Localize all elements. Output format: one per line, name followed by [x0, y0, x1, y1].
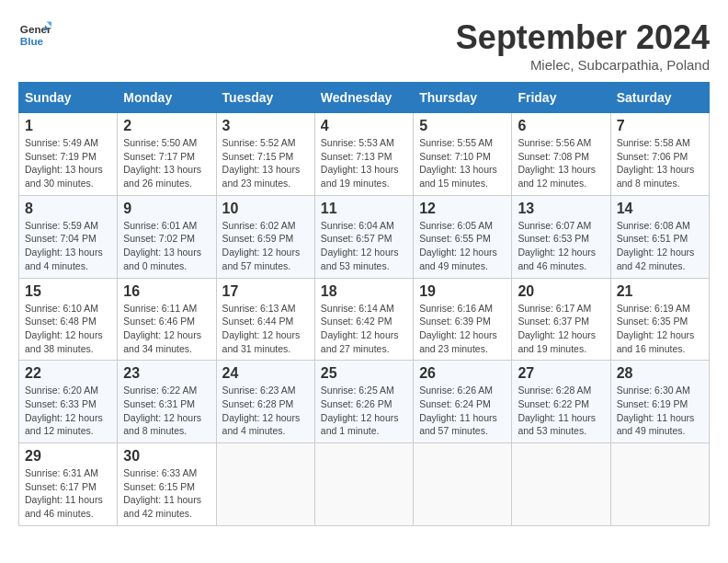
table-row: 29Sunrise: 6:31 AMSunset: 6:17 PMDayligh…	[19, 443, 118, 526]
table-row: 1Sunrise: 5:49 AMSunset: 7:19 PMDaylight…	[19, 113, 118, 196]
day-info: Sunrise: 6:31 AMSunset: 6:17 PMDaylight:…	[25, 466, 111, 521]
table-row: 21Sunrise: 6:19 AMSunset: 6:35 PMDayligh…	[610, 278, 709, 361]
calendar-week-1: 1Sunrise: 5:49 AMSunset: 7:19 PMDaylight…	[19, 113, 710, 196]
day-info: Sunrise: 5:52 AMSunset: 7:15 PMDaylight:…	[222, 136, 309, 190]
day-info: Sunrise: 6:14 AMSunset: 6:42 PMDaylight:…	[321, 302, 407, 356]
day-number: 24	[222, 365, 309, 382]
svg-text:Blue: Blue	[20, 35, 44, 47]
calendar-week-3: 15Sunrise: 6:10 AMSunset: 6:48 PMDayligh…	[19, 278, 710, 361]
day-info: Sunrise: 5:59 AMSunset: 7:04 PMDaylight:…	[25, 219, 111, 273]
day-number: 17	[222, 283, 309, 300]
day-number: 10	[222, 201, 309, 217]
table-row: 23Sunrise: 6:22 AMSunset: 6:31 PMDayligh…	[118, 361, 216, 443]
table-row: 6Sunrise: 5:56 AMSunset: 7:08 PMDaylight…	[512, 113, 610, 196]
day-info: Sunrise: 6:07 AMSunset: 6:53 PMDaylight:…	[518, 219, 604, 273]
day-info: Sunrise: 6:26 AMSunset: 6:24 PMDaylight:…	[419, 384, 506, 438]
day-number: 18	[321, 283, 407, 300]
day-info: Sunrise: 5:50 AMSunset: 7:17 PMDaylight:…	[123, 136, 210, 190]
table-row: 27Sunrise: 6:28 AMSunset: 6:22 PMDayligh…	[512, 361, 610, 443]
day-number: 3	[222, 118, 309, 134]
table-row: 8Sunrise: 5:59 AMSunset: 7:04 PMDaylight…	[19, 195, 118, 278]
day-number: 27	[518, 365, 604, 382]
day-number: 4	[321, 118, 407, 134]
day-number: 6	[518, 118, 604, 134]
day-info: Sunrise: 6:20 AMSunset: 6:33 PMDaylight:…	[25, 384, 111, 438]
table-row: 20Sunrise: 6:17 AMSunset: 6:37 PMDayligh…	[512, 278, 610, 361]
table-row	[314, 443, 413, 526]
table-row	[610, 443, 709, 526]
day-number: 19	[419, 283, 506, 300]
day-info: Sunrise: 6:11 AMSunset: 6:46 PMDaylight:…	[123, 302, 210, 356]
table-row: 17Sunrise: 6:13 AMSunset: 6:44 PMDayligh…	[216, 278, 314, 361]
table-row	[512, 443, 610, 526]
table-row: 9Sunrise: 6:01 AMSunset: 7:02 PMDaylight…	[118, 195, 216, 278]
day-info: Sunrise: 6:16 AMSunset: 6:39 PMDaylight:…	[419, 302, 506, 356]
table-row: 14Sunrise: 6:08 AMSunset: 6:51 PMDayligh…	[610, 195, 709, 278]
day-number: 5	[419, 118, 506, 134]
table-row: 24Sunrise: 6:23 AMSunset: 6:28 PMDayligh…	[216, 361, 314, 443]
calendar-week-4: 22Sunrise: 6:20 AMSunset: 6:33 PMDayligh…	[19, 361, 710, 443]
day-info: Sunrise: 5:53 AMSunset: 7:13 PMDaylight:…	[321, 136, 407, 190]
day-number: 21	[617, 283, 703, 300]
day-info: Sunrise: 6:28 AMSunset: 6:22 PMDaylight:…	[518, 384, 604, 438]
day-info: Sunrise: 6:30 AMSunset: 6:19 PMDaylight:…	[617, 384, 703, 438]
table-row: 2Sunrise: 5:50 AMSunset: 7:17 PMDaylight…	[118, 113, 216, 196]
col-thursday: Thursday	[414, 83, 512, 113]
table-row: 3Sunrise: 5:52 AMSunset: 7:15 PMDaylight…	[216, 113, 314, 196]
table-row: 13Sunrise: 6:07 AMSunset: 6:53 PMDayligh…	[512, 195, 610, 278]
day-number: 11	[321, 201, 407, 217]
day-number: 14	[617, 201, 703, 217]
day-number: 25	[321, 365, 407, 382]
table-row: 10Sunrise: 6:02 AMSunset: 6:59 PMDayligh…	[216, 195, 314, 278]
table-row: 18Sunrise: 6:14 AMSunset: 6:42 PMDayligh…	[314, 278, 413, 361]
day-number: 2	[123, 118, 210, 134]
day-info: Sunrise: 6:19 AMSunset: 6:35 PMDaylight:…	[617, 302, 703, 356]
title-block: September 2024 Mielec, Subcarpathia, Pol…	[456, 18, 710, 73]
table-row: 11Sunrise: 6:04 AMSunset: 6:57 PMDayligh…	[314, 195, 413, 278]
table-row	[414, 443, 512, 526]
table-row: 4Sunrise: 5:53 AMSunset: 7:13 PMDaylight…	[314, 113, 413, 196]
day-number: 26	[419, 365, 506, 382]
day-info: Sunrise: 6:10 AMSunset: 6:48 PMDaylight:…	[25, 302, 111, 356]
day-info: Sunrise: 6:01 AMSunset: 7:02 PMDaylight:…	[123, 219, 210, 273]
day-info: Sunrise: 6:22 AMSunset: 6:31 PMDaylight:…	[123, 384, 210, 438]
logo: General Blue	[18, 18, 51, 52]
day-number: 12	[419, 201, 506, 217]
day-info: Sunrise: 6:13 AMSunset: 6:44 PMDaylight:…	[222, 302, 309, 356]
day-info: Sunrise: 6:04 AMSunset: 6:57 PMDaylight:…	[321, 219, 407, 273]
col-friday: Friday	[512, 83, 610, 113]
day-number: 7	[617, 118, 703, 134]
day-info: Sunrise: 6:08 AMSunset: 6:51 PMDaylight:…	[617, 219, 703, 273]
day-number: 8	[25, 201, 111, 217]
day-number: 29	[25, 448, 111, 465]
col-sunday: Sunday	[19, 83, 118, 113]
day-number: 13	[518, 201, 604, 217]
day-info: Sunrise: 6:25 AMSunset: 6:26 PMDaylight:…	[321, 384, 407, 438]
day-info: Sunrise: 5:55 AMSunset: 7:10 PMDaylight:…	[419, 136, 506, 190]
table-row: 7Sunrise: 5:58 AMSunset: 7:06 PMDaylight…	[610, 113, 709, 196]
day-info: Sunrise: 6:02 AMSunset: 6:59 PMDaylight:…	[222, 219, 309, 273]
day-number: 15	[25, 283, 111, 300]
table-row: 22Sunrise: 6:20 AMSunset: 6:33 PMDayligh…	[19, 361, 118, 443]
calendar-week-2: 8Sunrise: 5:59 AMSunset: 7:04 PMDaylight…	[19, 195, 710, 278]
col-wednesday: Wednesday	[314, 83, 413, 113]
table-row: 15Sunrise: 6:10 AMSunset: 6:48 PMDayligh…	[19, 278, 118, 361]
table-row: 5Sunrise: 5:55 AMSunset: 7:10 PMDaylight…	[414, 113, 512, 196]
day-number: 30	[123, 448, 210, 465]
location-subtitle: Mielec, Subcarpathia, Poland	[456, 57, 710, 73]
header-row: Sunday Monday Tuesday Wednesday Thursday…	[19, 83, 710, 113]
logo-icon: General Blue	[18, 18, 51, 52]
day-number: 22	[25, 365, 111, 382]
table-row: 26Sunrise: 6:26 AMSunset: 6:24 PMDayligh…	[414, 361, 512, 443]
day-info: Sunrise: 5:56 AMSunset: 7:08 PMDaylight:…	[518, 136, 604, 190]
day-number: 9	[123, 201, 210, 217]
col-monday: Monday	[118, 83, 216, 113]
month-title: September 2024	[456, 18, 710, 57]
col-tuesday: Tuesday	[216, 83, 314, 113]
col-saturday: Saturday	[610, 83, 709, 113]
day-info: Sunrise: 6:05 AMSunset: 6:55 PMDaylight:…	[419, 219, 506, 273]
calendar-table: Sunday Monday Tuesday Wednesday Thursday…	[18, 82, 710, 526]
day-info: Sunrise: 5:58 AMSunset: 7:06 PMDaylight:…	[617, 136, 703, 190]
table-row: 28Sunrise: 6:30 AMSunset: 6:19 PMDayligh…	[610, 361, 709, 443]
table-row: 16Sunrise: 6:11 AMSunset: 6:46 PMDayligh…	[118, 278, 216, 361]
